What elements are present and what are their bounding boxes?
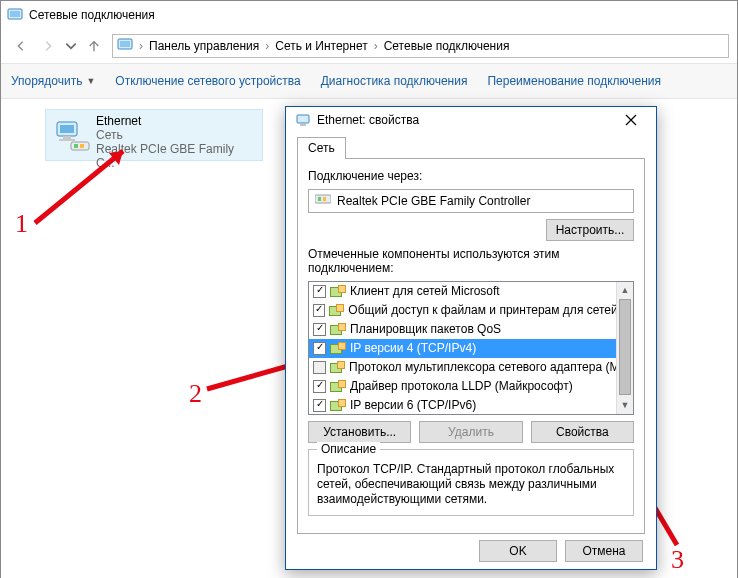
- dialog-close-button[interactable]: [611, 109, 651, 131]
- svg-rect-5: [60, 125, 74, 133]
- chevron-right-icon: ›: [137, 39, 145, 53]
- network-component-icon: [330, 285, 346, 297]
- scrollbar[interactable]: ▲ ▼: [616, 282, 633, 414]
- ok-button[interactable]: OK: [479, 540, 557, 562]
- network-component-icon: [329, 304, 344, 316]
- connection-name: Ethernet: [96, 114, 256, 128]
- ethernet-small-icon: [295, 112, 311, 128]
- description-legend: Описание: [317, 442, 380, 456]
- toolbar-arrange-label: Упорядочить: [11, 74, 82, 88]
- chevron-right-icon: ›: [372, 39, 380, 53]
- titlebar: Сетевые подключения: [1, 1, 737, 29]
- svg-rect-7: [59, 139, 75, 141]
- checkbox[interactable]: ✓: [313, 380, 326, 393]
- configure-button[interactable]: Настроить...: [546, 219, 634, 241]
- tab-panel-network: Подключение через: Realtek PCIe GBE Fami…: [297, 158, 645, 534]
- list-item: ✓Общий доступ к файлам и принтерам для с…: [309, 301, 633, 320]
- adapter-field: Realtek PCIe GBE Family Controller: [308, 189, 634, 213]
- network-component-icon: [330, 361, 345, 373]
- install-button[interactable]: Установить...: [308, 421, 411, 443]
- network-component-icon: [330, 342, 346, 354]
- svg-rect-3: [120, 41, 130, 47]
- connection-item-texts: Ethernet Сеть Realtek PCIe GBE Family C.…: [94, 114, 256, 156]
- nav-up-button[interactable]: [82, 34, 106, 58]
- adapter-icon: [315, 192, 331, 209]
- list-item: ✓Клиент для сетей Microsoft: [309, 282, 633, 301]
- scroll-down-icon[interactable]: ▼: [617, 397, 633, 414]
- list-item-label: IP версии 4 (TCP/IPv4): [350, 341, 476, 355]
- svg-rect-18: [300, 124, 306, 126]
- list-item-label: Протокол мультиплексора сетевого адаптер…: [349, 360, 616, 374]
- annotation-number-2: 2: [189, 379, 202, 409]
- list-item-label: Драйвер протокола LLDP (Майкрософт): [350, 379, 573, 393]
- toolbar: Упорядочить ▼ Отключение сетевого устрой…: [1, 63, 737, 99]
- checkbox[interactable]: ✓: [313, 342, 326, 355]
- dialog-titlebar: Ethernet: свойства: [287, 108, 655, 132]
- connection-adapter: Realtek PCIe GBE Family C...: [96, 142, 256, 170]
- list-item: ✓IP версии 6 (TCP/IPv6): [309, 396, 633, 415]
- content-area: Ethernet Сеть Realtek PCIe GBE Family C.…: [1, 99, 737, 578]
- toolbar-disable-device[interactable]: Отключение сетевого устройства: [115, 74, 300, 88]
- toolbar-diagnose[interactable]: Диагностика подключения: [321, 74, 468, 88]
- dialog-body: Сеть Подключение через: Realtek PCIe GBE…: [287, 132, 655, 534]
- address-bar-row: › Панель управления › Сеть и Интернет › …: [1, 29, 737, 63]
- component-buttons: Установить... Удалить Свойства: [308, 421, 634, 443]
- checkbox[interactable]: ✓: [313, 323, 326, 336]
- checkbox[interactable]: ✓: [313, 399, 326, 412]
- list-item-selected-ipv4: ✓IP версии 4 (TCP/IPv4): [309, 339, 633, 358]
- annotation-number-1: 1: [15, 209, 28, 239]
- network-connections-window: Сетевые подключения › Панель управления …: [0, 0, 738, 578]
- dialog-footer: OK Отмена: [287, 534, 655, 568]
- app-icon: [7, 7, 23, 23]
- cancel-button[interactable]: Отмена: [565, 540, 643, 562]
- network-component-icon: [330, 323, 346, 335]
- nav-back-button[interactable]: [9, 34, 33, 58]
- components-label: Отмеченные компоненты используются этим …: [308, 247, 634, 275]
- list-item: ✓Драйвер протокола LLDP (Майкрософт): [309, 377, 633, 396]
- breadcrumb-control-panel[interactable]: Панель управления: [149, 39, 259, 53]
- annotation-number-3: 3: [671, 545, 684, 575]
- svg-rect-10: [80, 144, 84, 148]
- remove-button: Удалить: [419, 421, 522, 443]
- checkbox[interactable]: [313, 361, 326, 374]
- description-text: Протокол TCP/IP. Стандартный протокол гл…: [317, 462, 625, 507]
- network-component-icon: [330, 380, 346, 392]
- connection-item-ethernet[interactable]: Ethernet Сеть Realtek PCIe GBE Family C.…: [45, 109, 263, 161]
- list-item-label: Клиент для сетей Microsoft: [350, 284, 500, 298]
- tab-strip: Сеть: [297, 136, 645, 158]
- breadcrumb-network-connections[interactable]: Сетевые подключения: [384, 39, 510, 53]
- connection-status: Сеть: [96, 128, 256, 142]
- list-item-label: Общий доступ к файлам и принтерам для се…: [348, 303, 616, 317]
- chevron-down-icon: ▼: [86, 76, 95, 86]
- connect-via-label: Подключение через:: [308, 169, 634, 183]
- breadcrumb-box[interactable]: › Панель управления › Сеть и Интернет › …: [112, 34, 729, 58]
- nav-buttons: [9, 34, 106, 58]
- list-item: ✓Планировщик пакетов QoS: [309, 320, 633, 339]
- list-item-label: IP версии 6 (TCP/IPv6): [350, 398, 476, 412]
- window-title: Сетевые подключения: [29, 8, 155, 22]
- adapter-name: Realtek PCIe GBE Family Controller: [337, 194, 530, 208]
- location-icon: [117, 37, 133, 56]
- list-item: Протокол мультиплексора сетевого адаптер…: [309, 358, 633, 377]
- toolbar-arrange[interactable]: Упорядочить ▼: [11, 74, 95, 88]
- svg-rect-9: [74, 144, 78, 148]
- svg-rect-6: [63, 136, 71, 139]
- scroll-up-icon[interactable]: ▲: [617, 282, 633, 299]
- dialog-title: Ethernet: свойства: [317, 113, 611, 127]
- properties-button[interactable]: Свойства: [531, 421, 634, 443]
- components-list[interactable]: ✓Клиент для сетей Microsoft ✓Общий досту…: [308, 281, 634, 415]
- ethernet-properties-dialog: Ethernet: свойства Сеть Подключение чере…: [285, 106, 657, 570]
- nav-recent-button[interactable]: [63, 34, 79, 58]
- svg-rect-17: [297, 115, 309, 123]
- list-item-label: Планировщик пакетов QoS: [350, 322, 501, 336]
- tab-network[interactable]: Сеть: [297, 137, 346, 159]
- checkbox[interactable]: ✓: [313, 285, 326, 298]
- scroll-thumb[interactable]: [619, 299, 631, 395]
- network-component-icon: [330, 399, 346, 411]
- breadcrumb-network-internet[interactable]: Сеть и Интернет: [275, 39, 367, 53]
- ethernet-icon: [52, 114, 94, 156]
- toolbar-rename[interactable]: Переименование подключения: [487, 74, 661, 88]
- svg-rect-21: [323, 197, 326, 201]
- nav-forward-button[interactable]: [36, 34, 60, 58]
- checkbox[interactable]: ✓: [313, 304, 325, 317]
